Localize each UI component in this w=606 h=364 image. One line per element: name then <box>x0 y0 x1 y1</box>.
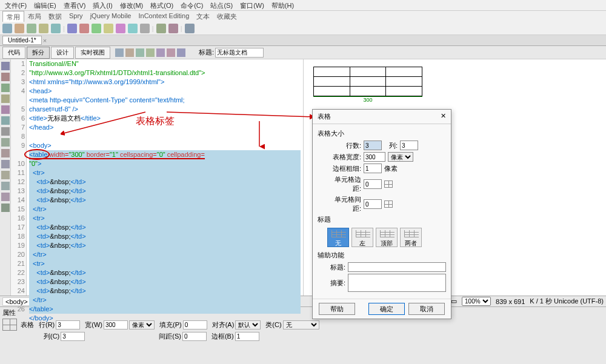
tab-common[interactable]: 常用 <box>2 11 24 22</box>
design-view-button[interactable]: 设计 <box>51 47 74 59</box>
template-icon[interactable] <box>168 24 178 33</box>
line-gutter: 1234567891011121314151617181920212223242… <box>11 59 27 296</box>
recent-icon[interactable] <box>1 204 10 212</box>
options-icon[interactable] <box>156 48 165 57</box>
tab-data[interactable]: 数据 <box>45 11 65 22</box>
visual-aids-icon[interactable] <box>167 48 175 57</box>
width-unit-select[interactable]: 像素 <box>388 152 413 162</box>
header-none-button[interactable]: 无 <box>327 228 349 247</box>
balance-icon[interactable] <box>1 105 10 114</box>
server-icon[interactable] <box>116 24 125 33</box>
table-icon[interactable] <box>39 24 48 33</box>
ok-button[interactable]: 确定 <box>368 303 405 315</box>
assist-group-label: 辅助功能 <box>318 251 446 260</box>
check-icon[interactable] <box>177 48 185 57</box>
email-icon[interactable] <box>15 24 24 33</box>
code-toolbar <box>0 59 11 296</box>
tag-icon[interactable] <box>185 24 195 33</box>
menu-view[interactable]: 查看(V) <box>64 1 86 9</box>
border-label: 边框粗细: <box>327 164 361 173</box>
width-input[interactable] <box>364 152 385 162</box>
size-group-label: 表格大小 <box>318 129 446 138</box>
menu-help[interactable]: 帮助(H) <box>271 1 294 9</box>
cellpad-input[interactable] <box>364 179 382 189</box>
menu-format[interactable]: 格式(O) <box>150 1 173 9</box>
comment-icon[interactable] <box>128 24 138 33</box>
close-tab-icon[interactable]: × <box>43 37 47 44</box>
caption-input[interactable] <box>348 262 446 272</box>
media-icon[interactable] <box>79 24 89 33</box>
split-view-button[interactable]: 拆分 <box>27 47 50 59</box>
live-view-button[interactable]: 实时视图 <box>75 47 110 59</box>
tab-text[interactable]: 文本 <box>193 11 213 22</box>
help-button[interactable]: 帮助 <box>319 303 355 315</box>
widget-icon[interactable] <box>92 24 101 33</box>
header-left-button[interactable]: 左 <box>351 228 373 247</box>
tab-incontext[interactable]: InContext Editing <box>135 11 193 22</box>
header-top-button[interactable]: 顶部 <box>376 228 398 247</box>
menu-commands[interactable]: 命令(C) <box>181 1 203 9</box>
doc-tab-untitled[interactable]: Untitled-1* <box>2 36 42 45</box>
outdent-icon[interactable] <box>1 182 10 190</box>
tab-fav[interactable]: 收藏夹 <box>213 11 241 22</box>
highlight-icon[interactable] <box>1 127 10 136</box>
cellspc-input[interactable] <box>364 199 382 209</box>
menu-insert[interactable]: 插入(I) <box>93 1 112 9</box>
summary-textarea[interactable] <box>348 274 446 292</box>
props-border-input[interactable] <box>235 332 259 341</box>
expand-icon[interactable] <box>1 84 10 92</box>
anchor-icon[interactable] <box>27 24 36 33</box>
cols-input[interactable] <box>400 141 418 150</box>
syntax-icon[interactable] <box>1 138 10 147</box>
props-spc-input[interactable] <box>182 332 207 341</box>
menu-modify[interactable]: 修改(M) <box>120 1 144 9</box>
inspect-icon[interactable] <box>125 48 134 57</box>
collapse-icon[interactable] <box>1 73 10 81</box>
word-wrap-icon[interactable] <box>1 149 10 157</box>
indent-icon[interactable] <box>1 171 10 179</box>
title-label: 标题: <box>199 48 214 57</box>
menu-site[interactable]: 站点(S) <box>210 1 233 9</box>
date-icon[interactable] <box>104 24 113 33</box>
head-icon[interactable] <box>140 24 150 33</box>
tab-jquery[interactable]: jQuery Mobile <box>87 11 135 22</box>
props-cols-input[interactable] <box>61 332 85 341</box>
cellpad-icon <box>384 180 393 188</box>
document-tabs: Untitled-1* × <box>0 35 606 46</box>
main-area: 1234567891011121314151617181920212223242… <box>0 59 606 296</box>
hyperlink-icon[interactable] <box>2 24 12 33</box>
menu-file[interactable]: 文件(F) <box>5 1 27 9</box>
header-both-button[interactable]: 两者 <box>400 228 422 247</box>
div-icon[interactable] <box>51 24 61 33</box>
close-icon[interactable]: ✕ <box>441 112 446 121</box>
preview-table[interactable] <box>313 67 422 96</box>
script-icon[interactable] <box>156 24 166 33</box>
refresh-icon[interactable] <box>136 48 144 57</box>
view-toolbar: 代码 拆分 设计 实时视图 标题: <box>0 46 606 59</box>
title-input[interactable] <box>215 48 264 58</box>
border-input[interactable] <box>364 164 382 173</box>
format-icon[interactable] <box>1 193 10 201</box>
rows-input[interactable] <box>364 141 382 150</box>
live-code-icon[interactable] <box>115 48 124 57</box>
zoom-select[interactable]: 100% <box>462 297 491 306</box>
props-border-label: 边框(B) <box>211 332 234 341</box>
image-icon[interactable] <box>67 24 77 33</box>
path-body[interactable]: <body> <box>2 297 31 306</box>
tab-layout[interactable]: 布局 <box>24 11 45 22</box>
parent-tag-icon[interactable] <box>1 94 10 103</box>
hidden-chars-icon[interactable] <box>1 160 10 168</box>
code-editor[interactable]: Transitional//EN" "http://www.w3.org/TR/… <box>27 59 303 296</box>
open-docs-icon[interactable] <box>1 62 10 70</box>
cols-label: 列: <box>389 141 398 150</box>
select-icon[interactable]: ▭ <box>451 297 457 305</box>
table-icon-props <box>2 319 17 331</box>
cancel-button[interactable]: 取消 <box>408 303 445 315</box>
browser-icon[interactable] <box>146 48 155 57</box>
line-num-icon[interactable] <box>1 116 10 125</box>
tab-spry[interactable]: Spry <box>65 11 87 22</box>
cellpad-label: 单元格边距: <box>327 175 361 193</box>
code-view-button[interactable]: 代码 <box>2 47 25 59</box>
menu-window[interactable]: 窗口(W) <box>240 1 264 9</box>
menu-edit[interactable]: 编辑(E) <box>34 1 56 9</box>
